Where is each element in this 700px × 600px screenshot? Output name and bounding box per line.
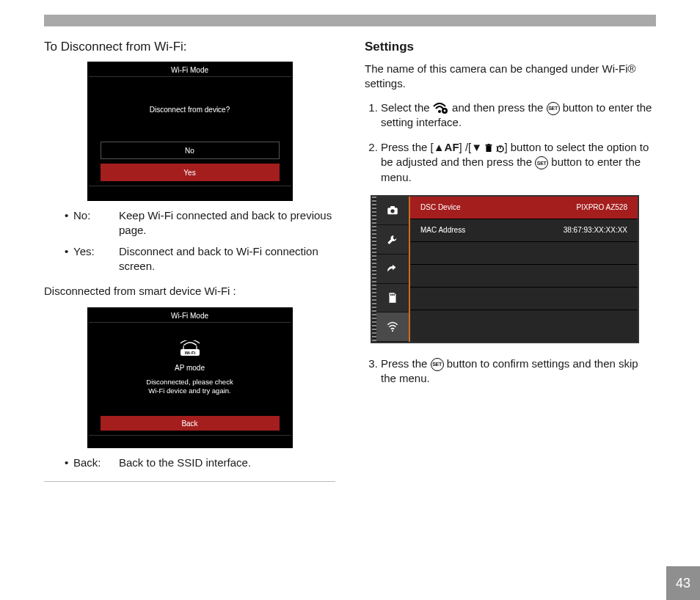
svg-point-4 (438, 110, 441, 113)
wifi-disconnected-screen: Wi-Fi Mode Wi-Fi AP mode (87, 307, 293, 448)
left-heading: To Disconnect from Wi-Fi: (44, 40, 335, 54)
list-item: • Yes: Disconnect and back to Wi-Fi conn… (65, 244, 335, 274)
empty-row (410, 265, 638, 288)
list-item: • Back: Back to the SSID interface. (65, 456, 335, 470)
disconnected-message: Disconnected, please check Wi-Fi device … (146, 378, 233, 396)
up-arrow-icon: ▲ (434, 141, 445, 153)
manual-page: To Disconnect from Wi-Fi: Wi-Fi Mode Dis… (0, 0, 700, 600)
wifi-disconnect-screen: Wi-Fi Mode Disconnect from device? No Ye… (87, 62, 293, 201)
svg-point-6 (443, 109, 445, 111)
settings-tabs (376, 197, 409, 342)
empty-row (410, 288, 638, 310)
settings-intro: The name of this camera can be changed u… (365, 62, 656, 92)
row-label: MAC Address (420, 226, 465, 234)
svg-rect-15 (392, 294, 393, 296)
set-button-icon: SET (431, 358, 444, 371)
svg-point-12 (390, 209, 394, 213)
svg-point-17 (392, 330, 393, 332)
tab-wifi[interactable] (376, 312, 409, 342)
set-button-icon: SET (535, 156, 548, 169)
tab-camera[interactable] (376, 197, 409, 226)
screen-footer (89, 435, 291, 447)
bullet-label: Yes: (73, 244, 119, 274)
wifi-gear-icon (433, 103, 449, 114)
row-value: PIXPRO AZ528 (577, 203, 627, 211)
wifi-settings-menu-screen: DSC Device PIXPRO AZ528 MAC Address 38:6… (371, 195, 639, 343)
svg-rect-8 (486, 144, 492, 146)
step-1: Select the and then press the SET button… (381, 100, 656, 131)
page-number: 43 (666, 566, 700, 600)
svg-rect-16 (394, 294, 395, 296)
disconnect-explanation-list: • No: Keep Wi-Fi connected and back to p… (65, 208, 335, 274)
settings-steps-cont: Press the SET button to confirm settings… (365, 356, 656, 387)
bullet-label: No: (73, 208, 119, 238)
screen-footer (89, 186, 291, 200)
down-arrow-icon: ▼ (471, 141, 482, 153)
list-item: • No: Keep Wi-Fi connected and back to p… (65, 208, 335, 238)
mac-address-row[interactable]: MAC Address 38:67:93:XX:XX:XX (410, 219, 638, 242)
disconnect-prompt: Disconnect from device? (89, 77, 291, 142)
bullet-text: Keep Wi-Fi connected and back to previou… (119, 208, 335, 238)
bullet-text: Back to the SSID interface. (119, 456, 335, 470)
trash-icon (485, 144, 492, 153)
disconnected-subheading: Disconnected from smart device Wi-Fi : (44, 284, 335, 299)
option-no[interactable]: No (101, 142, 280, 159)
back-explanation-list: • Back: Back to the SSID interface. (65, 456, 335, 470)
settings-heading: Settings (365, 40, 656, 54)
svg-rect-14 (390, 294, 392, 296)
back-button[interactable]: Back (101, 416, 280, 431)
svg-text:Wi-Fi: Wi-Fi (184, 351, 195, 355)
screen-title: Wi-Fi Mode (89, 63, 291, 77)
router-icon: Wi-Fi (176, 340, 204, 358)
tab-playback[interactable] (376, 255, 409, 284)
two-column-layout: To Disconnect from Wi-Fi: Wi-Fi Mode Dis… (44, 40, 656, 486)
timer-icon (495, 144, 504, 153)
svg-rect-13 (390, 206, 395, 208)
step-3: Press the SET button to confirm settings… (381, 356, 656, 387)
set-button-icon: SET (547, 102, 560, 115)
ap-mode-label: AP mode (175, 364, 205, 372)
right-column: Settings The name of this camera can be … (365, 40, 656, 486)
row-value: 38:67:93:XX:XX:XX (564, 226, 627, 234)
left-column: To Disconnect from Wi-Fi: Wi-Fi Mode Dis… (44, 40, 335, 486)
step-2: Press the [▲AF] /[▼ ] button to select t… (381, 140, 656, 185)
settings-steps: Select the and then press the SET button… (365, 100, 656, 185)
row-label: DSC Device (420, 203, 460, 211)
empty-row (410, 242, 638, 265)
svg-rect-7 (486, 146, 492, 153)
tab-sd-card[interactable] (376, 284, 409, 313)
screen-title: Wi-Fi Mode (89, 309, 291, 323)
svg-rect-9 (488, 144, 490, 144)
bullet-text: Disconnect and back to Wi-Fi connection … (119, 244, 335, 274)
settings-list: DSC Device PIXPRO AZ528 MAC Address 38:6… (409, 197, 638, 342)
dsc-device-row[interactable]: DSC Device PIXPRO AZ528 (410, 197, 638, 219)
section-divider (44, 481, 335, 482)
tab-wrench[interactable] (376, 225, 409, 255)
bullet-label: Back: (73, 456, 119, 470)
header-divider-bar (44, 15, 656, 26)
option-yes[interactable]: Yes (101, 164, 280, 181)
